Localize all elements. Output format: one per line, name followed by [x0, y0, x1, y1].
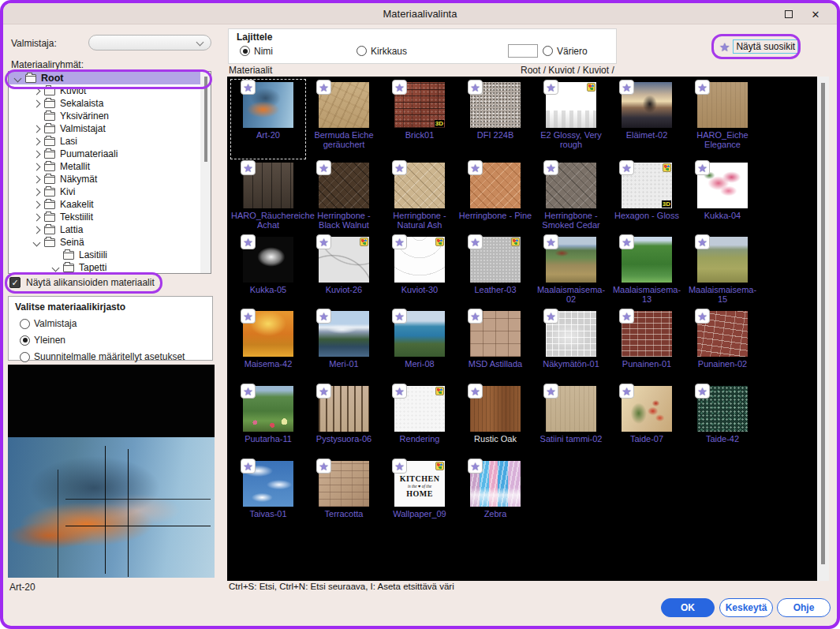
material-tile-kukka-05[interactable]: ★Kukka-05 — [230, 234, 306, 308]
favorite-star-icon[interactable]: ★ — [316, 384, 331, 399]
favorite-star-icon[interactable]: ★ — [392, 234, 407, 249]
tree-scrollbar-thumb[interactable] — [204, 77, 207, 162]
material-tile-punainen-01[interactable]: ★Punainen-01 — [609, 308, 685, 383]
favorite-star-icon[interactable]: ★ — [468, 309, 483, 324]
material-tile-puutarha-11[interactable]: ★Puutarha-11 — [230, 383, 306, 458]
material-tile-haro-r-uchereiche-achat[interactable]: ★HARO_Räuchereiche Achat — [230, 159, 306, 234]
chevron-down-icon[interactable] — [14, 74, 22, 82]
tree-item-lasitiili[interactable]: Lasitiili — [9, 249, 211, 261]
favorite-star-icon[interactable]: ★ — [392, 80, 407, 95]
chevron-down-icon[interactable] — [52, 264, 60, 271]
favorite-star-icon[interactable]: ★ — [468, 160, 483, 175]
favorite-star-icon[interactable]: ★ — [695, 309, 710, 324]
material-tile-pystysuora-06[interactable]: ★Pystysuora-06 — [306, 383, 382, 458]
tree-item-root[interactable]: Root — [9, 72, 211, 84]
favorite-star-icon[interactable]: ★ — [543, 384, 558, 399]
favorite-star-icon[interactable]: ★ — [695, 80, 710, 95]
favorite-star-icon[interactable]: ★ — [468, 80, 483, 95]
cancel-button[interactable]: Keskeytä — [719, 598, 773, 617]
chevron-down-icon[interactable] — [33, 238, 41, 246]
materials-scrollbar[interactable] — [817, 77, 829, 581]
chevron-right-icon[interactable] — [33, 99, 41, 107]
material-tile-herringbone-natural-ash[interactable]: ★Herringbone - Natural Ash — [382, 159, 457, 234]
favorite-star-icon[interactable]: ★ — [316, 459, 331, 474]
favorite-star-icon[interactable]: ★ — [695, 160, 710, 175]
title-bar[interactable]: Materiaalivalinta ✕ — [3, 3, 837, 24]
material-tile-kukka-04[interactable]: ★Kukka-04 — [685, 159, 760, 234]
favorite-star-icon[interactable]: ★ — [468, 384, 483, 399]
material-tile-herringbone-smoked-cedar[interactable]: ★Herringbone - Smoked Cedar — [533, 159, 609, 234]
material-tile-rendering[interactable]: ★Rendering — [382, 383, 457, 458]
material-tile-zebra[interactable]: ★Zebra — [457, 458, 533, 533]
material-tile-taide-07[interactable]: ★Taide-07 — [609, 383, 685, 458]
chevron-right-icon[interactable] — [33, 200, 41, 208]
show-subfolder-materials-checkbox[interactable]: ✓ Näytä alikansioiden materiaalit — [9, 277, 155, 288]
show-favorites-button[interactable]: ★ Näytä suosikit — [719, 39, 798, 54]
favorite-star-icon[interactable]: ★ — [241, 384, 256, 399]
favorite-star-icon[interactable]: ★ — [241, 309, 256, 324]
material-tile-wallpaper-09[interactable]: ★KITCHENis the ♥ of theHOMEWallpaper_09 — [382, 458, 457, 533]
sort-option-nimi[interactable]: Nimi — [240, 46, 273, 57]
material-tile-haro-eiche-elegance[interactable]: ★HARO_Eiche Elegance — [685, 79, 760, 159]
favorite-star-icon[interactable]: ★ — [619, 160, 634, 175]
material-tile-leather-03[interactable]: ★Leather-03 — [457, 234, 533, 308]
material-tile-rustic-oak[interactable]: ★Rustic Oak — [457, 383, 533, 458]
breadcrumb[interactable]: Root / Kuviot / Kuviot / — [521, 65, 614, 76]
material-tile-e2-glossy-very-rough[interactable]: ★E2 Glossy, Very rough — [533, 79, 609, 159]
tree-item-lasi[interactable]: Lasi — [9, 135, 211, 148]
tree-item-puumateriaali[interactable]: Puumateriaali — [9, 148, 211, 160]
material-tile-kuviot-26[interactable]: ★Kuviot-26 — [306, 234, 382, 308]
material-tile-maalaismaisema-13[interactable]: ★Maalaismaisema-13 — [609, 234, 685, 308]
color-difference-swatch[interactable] — [508, 44, 538, 58]
material-tile-meri-01[interactable]: ★Meri-01 — [306, 308, 382, 383]
material-tile-maalaismaisema-15[interactable]: ★Maalaismaisema-15 — [685, 234, 760, 308]
material-tile-terracotta[interactable]: ★Terracotta — [306, 458, 382, 533]
favorite-star-icon[interactable]: ★ — [619, 309, 634, 324]
help-button[interactable]: Ohje — [777, 598, 831, 617]
material-tile-satiini-tammi-02[interactable]: ★Satiini tammi-02 — [533, 383, 609, 458]
chevron-right-icon[interactable] — [33, 175, 41, 183]
chevron-right-icon[interactable] — [33, 226, 41, 234]
favorite-star-icon[interactable]: ★ — [543, 160, 558, 175]
sort-option-kirkkaus[interactable]: Kirkkaus — [357, 46, 407, 57]
favorite-star-icon[interactable]: ★ — [468, 459, 483, 474]
material-tile-punainen-02[interactable]: ★Punainen-02 — [685, 308, 760, 383]
favorite-star-icon[interactable]: ★ — [392, 459, 407, 474]
chevron-right-icon[interactable] — [33, 137, 41, 145]
favorite-star-icon[interactable]: ★ — [392, 160, 407, 175]
favorite-star-icon[interactable]: ★ — [543, 234, 558, 249]
material-tile-meri-08[interactable]: ★Meri-08 — [382, 308, 457, 383]
favorite-star-icon[interactable]: ★ — [241, 160, 256, 175]
library-option-valmistaja[interactable]: Valmistaja — [20, 318, 206, 329]
chevron-right-icon[interactable] — [33, 213, 41, 221]
tree-item-lattia[interactable]: Lattia — [9, 223, 211, 236]
material-tile-herringbone-black-walnut[interactable]: ★Herringbone - Black Walnut — [306, 159, 382, 234]
tree-item-kivi[interactable]: Kivi — [9, 185, 211, 198]
tree-item-valmistajat[interactable]: Valmistajat — [9, 122, 211, 135]
chevron-right-icon[interactable] — [33, 188, 41, 196]
favorite-star-icon[interactable]: ★ — [543, 309, 558, 324]
library-option-yleinen[interactable]: Yleinen — [20, 335, 206, 346]
library-option-suunnitelma[interactable]: Suunnitelmalle määritellyt asetukset — [20, 351, 206, 362]
chevron-right-icon[interactable] — [33, 125, 41, 133]
tree-scrollbar[interactable] — [200, 72, 211, 273]
tree-item-tapetti[interactable]: Tapetti — [9, 261, 211, 274]
favorite-star-icon[interactable]: ★ — [392, 309, 407, 324]
favorite-star-icon[interactable]: ★ — [619, 234, 634, 249]
material-tile-herringbone-pine[interactable]: ★Herringbone - Pine — [457, 159, 533, 234]
material-groups-tree[interactable]: RootKuviotSekalaistaYksivärinenValmistaj… — [8, 71, 211, 274]
favorite-star-icon[interactable]: ★ — [316, 309, 331, 324]
material-tile-n-kym-t-n-01[interactable]: ★Näkymätön-01 — [533, 308, 609, 383]
tree-item-kaakelit[interactable]: Kaakelit — [9, 198, 211, 211]
tree-item-yksiv-rinen[interactable]: Yksivärinen — [9, 110, 211, 122]
favorite-star-icon[interactable]: ★ — [468, 234, 483, 249]
material-tile-maalaismaisema-02[interactable]: ★Maalaismaisema-02 — [533, 234, 609, 308]
favorite-star-icon[interactable]: ★ — [241, 234, 256, 249]
favorite-star-icon[interactable]: ★ — [316, 80, 331, 95]
material-tile-bermuda-eiche-ger-uchert[interactable]: ★Bermuda Eiche geräuchert — [306, 79, 382, 159]
favorite-star-icon[interactable]: ★ — [241, 459, 256, 474]
material-tile-el-imet-02[interactable]: ★Eläimet-02 — [609, 79, 685, 159]
sort-option-variero[interactable]: Väriero — [543, 46, 588, 57]
tree-item-metallit[interactable]: Metallit — [9, 160, 211, 173]
favorite-star-icon[interactable]: ★ — [695, 234, 710, 249]
